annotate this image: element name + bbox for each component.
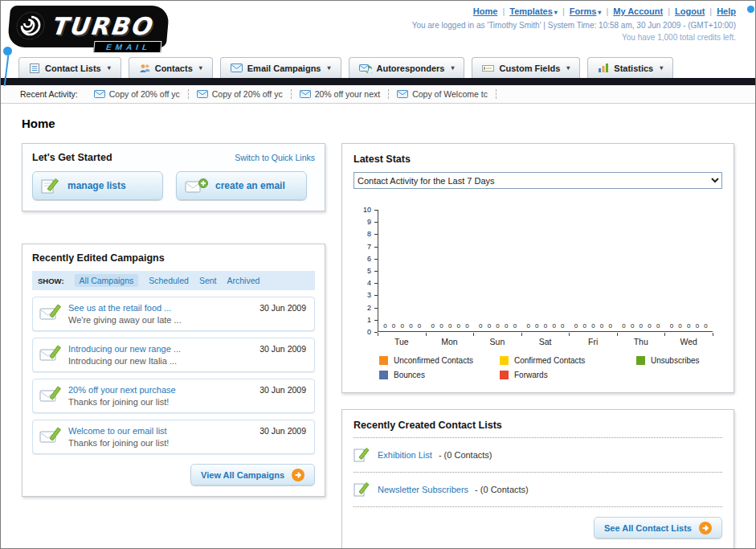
chart-plot: 0 0 0 0 00 0 0 0 00 0 0 0 00 0 0 0 00 0 … xyxy=(378,210,713,332)
top-nav-logout[interactable]: Logout xyxy=(675,6,705,16)
filter-scheduled[interactable]: Scheduled xyxy=(149,276,189,285)
recent-activity-text: Copy of Welcome tc xyxy=(412,89,488,99)
recent-activity-label: Recent Activity: xyxy=(20,89,78,99)
legend-label: Bounces xyxy=(394,371,425,379)
chart-y-tick-label: 2 xyxy=(367,304,371,312)
recent-activity-bar: Recent Activity: Copy of 20% off yc Copy… xyxy=(1,85,755,104)
tab-autoresponders[interactable]: Autoresponders ▾ xyxy=(349,57,465,78)
campaign-date: 30 Jun 2009 xyxy=(259,344,306,354)
dotted-divider xyxy=(353,472,722,473)
logo-title: TURBO xyxy=(50,12,153,40)
campaign-title-link[interactable]: Welcome to our email list xyxy=(68,426,253,436)
top-nav-help[interactable]: Help xyxy=(717,6,736,16)
tab-statistics[interactable]: Statistics ▾ xyxy=(587,57,673,78)
chart-value-labels: 0 0 0 0 00 0 0 0 00 0 0 0 00 0 0 0 00 0 … xyxy=(378,322,713,330)
chevron-down-icon: ▾ xyxy=(327,64,330,72)
header-info: HomeTemplates▾Forms▾My AccountLogoutHelp… xyxy=(412,4,744,52)
campaign-edit-icon xyxy=(39,385,62,404)
filter-all-campaigns[interactable]: All Campaigns xyxy=(75,274,139,287)
manage-lists-button[interactable]: manage lists xyxy=(32,171,163,200)
create-email-label: create an email xyxy=(215,180,285,191)
view-all-campaigns-button[interactable]: View All Campaigns xyxy=(190,464,315,485)
arrow-right-icon xyxy=(699,522,712,535)
dotted-divider xyxy=(353,437,722,438)
legend-label: Unsubscribes xyxy=(651,356,700,365)
filter-archived[interactable]: Archived xyxy=(227,276,259,285)
campaign-title-link[interactable]: 20% off your next purchase xyxy=(68,385,253,395)
chevron-down-icon: ▾ xyxy=(451,64,454,72)
campaign-item: See us at the retail food ... We're givi… xyxy=(32,297,315,331)
campaign-item: 20% off your next purchase Thanks for jo… xyxy=(32,379,315,413)
see-all-contact-lists-button[interactable]: See All Contact Lists xyxy=(594,517,722,539)
statistics-icon xyxy=(598,63,609,73)
legend-color-swatch xyxy=(379,371,388,379)
tab-label: Email Campaigns xyxy=(247,64,321,73)
top-nav-my-account[interactable]: My Account xyxy=(613,6,663,16)
campaigns-title: Recently Edited Campaigns xyxy=(32,252,315,264)
chart-bar-value-group: 0 0 0 0 0 xyxy=(378,322,426,330)
chevron-down-icon: ▾ xyxy=(660,64,663,72)
chart-y-tick-label: 7 xyxy=(367,243,371,251)
tab-label: Statistics xyxy=(614,64,653,73)
chart-x-tick-label: Fri xyxy=(569,337,617,346)
envelope-plus-icon xyxy=(185,177,208,195)
chart-y-tick-label: 3 xyxy=(367,291,371,299)
campaign-title-link[interactable]: See us at the retail food ... xyxy=(68,303,253,313)
legend-item: Confirmed Contacts xyxy=(500,356,636,365)
top-nav-templates[interactable]: Templates xyxy=(509,6,553,16)
chart-y-tick-label: 4 xyxy=(367,279,371,287)
legend-label: Confirmed Contacts xyxy=(514,356,585,365)
contact-list-count: - (0 Contacts) xyxy=(439,450,492,460)
campaign-title-link[interactable]: Introducing our new range ... xyxy=(68,344,253,354)
contact-list-link[interactable]: Exhibition List xyxy=(378,450,432,460)
top-nav-home[interactable]: Home xyxy=(473,6,498,16)
recent-activity-item[interactable]: Copy of 20% off yc xyxy=(86,89,189,99)
campaign-item: Welcome to our email list Thanks for joi… xyxy=(32,420,315,454)
chart-bar-value-group: 0 0 0 0 0 xyxy=(570,322,617,330)
chevron-down-icon: ▾ xyxy=(566,64,570,72)
switch-quick-links-link[interactable]: Switch to Quick Links xyxy=(235,153,315,162)
recent-activity-item[interactable]: Copy of Welcome tc xyxy=(389,89,497,99)
recently-edited-campaigns-panel: Recently Edited Campaigns SHOW: All Camp… xyxy=(22,244,325,497)
stats-title: Latest Stats xyxy=(353,154,722,165)
pencil-paper-icon xyxy=(41,177,60,195)
recent-activity-item[interactable]: Copy of 20% off yc xyxy=(189,89,292,99)
top-nav-forms[interactable]: Forms xyxy=(570,6,597,16)
campaign-edit-icon xyxy=(39,344,62,363)
legend-item: Unsubscribes xyxy=(636,356,722,365)
chart-bar-value-group: 0 0 0 0 0 xyxy=(617,322,664,330)
see-all-contact-lists-label: See All Contact Lists xyxy=(604,523,692,533)
chart-x-tick-label: Wed xyxy=(664,337,713,346)
campaign-date: 30 Jun 2009 xyxy=(259,385,306,395)
legend-color-swatch xyxy=(379,356,388,365)
tab-contact-lists[interactable]: Contact Lists ▾ xyxy=(18,57,121,78)
recent-activity-text: Copy of 20% off yc xyxy=(109,89,180,99)
tab-label: Contacts xyxy=(155,64,193,73)
tab-email-campaigns[interactable]: Email Campaigns ▾ xyxy=(220,57,341,78)
legend-item: Bounces xyxy=(379,371,500,379)
credits-info: You have 1,000 total credits left. xyxy=(412,33,736,42)
stats-chart: 012345678910 0 0 0 0 00 0 0 0 00 0 0 0 0… xyxy=(353,210,722,351)
chart-bar-value-group: 0 0 0 0 0 xyxy=(474,322,521,330)
stats-period-select[interactable]: Contact Activity for the Last 7 Days xyxy=(353,172,722,189)
filter-sent[interactable]: Sent xyxy=(199,276,217,285)
view-all-campaigns-label: View All Campaigns xyxy=(201,470,284,480)
tab-custom-fields[interactable]: Custom Fields ▾ xyxy=(472,57,580,78)
legend-label: Unconfirmed Contacts xyxy=(394,356,473,365)
get-started-title: Let's Get Started xyxy=(32,152,112,163)
chart-x-tick-label: Tue xyxy=(378,337,426,346)
login-info: You are logged in as 'Timothy Smith' | S… xyxy=(412,21,736,30)
chart-y-axis: 012345678910 xyxy=(353,210,378,332)
custom-fields-icon xyxy=(482,64,494,73)
header: TURBO EMAIL HomeTemplates▾Forms▾My Accou… xyxy=(1,1,755,52)
recent-activity-item[interactable]: 20% off your next xyxy=(292,89,390,99)
create-email-button[interactable]: create an email xyxy=(176,171,307,200)
chart-x-tick xyxy=(521,333,522,336)
pencil-paper-icon xyxy=(353,481,371,498)
chart-y-tick-label: 8 xyxy=(367,230,371,238)
get-started-panel: Let's Get Started Switch to Quick Links … xyxy=(22,143,325,211)
tab-contacts[interactable]: Contacts ▾ xyxy=(129,57,213,78)
chart-x-tick xyxy=(713,333,713,336)
pencil-paper-icon xyxy=(353,447,371,463)
contact-list-link[interactable]: Newsletter Subscribers xyxy=(378,485,468,494)
